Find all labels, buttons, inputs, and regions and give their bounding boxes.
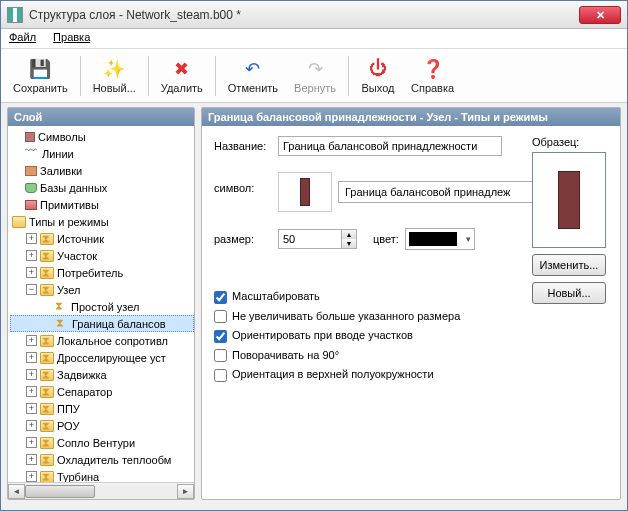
cb-nogrow[interactable] — [214, 310, 227, 323]
close-button[interactable]: ✕ — [579, 6, 621, 24]
tree-panel: Слой Символы Линии Заливки Базы данных П… — [7, 107, 195, 500]
menu-edit[interactable]: Правка — [53, 31, 90, 43]
expand-icon[interactable]: + — [26, 335, 37, 346]
save-icon: 💾 — [29, 58, 51, 80]
separator — [215, 56, 216, 96]
name-input[interactable] — [278, 136, 502, 156]
expand-icon[interactable]: + — [26, 250, 37, 261]
new-sample-button[interactable]: Новый... — [532, 282, 606, 304]
undo-icon: ↶ — [242, 58, 264, 80]
cb-upper-label[interactable]: Ориентация в верхней полуокружности — [214, 368, 608, 382]
sample-canvas — [532, 152, 606, 248]
toolbar: 💾Сохранить ✨Новый... ✖Удалить ↶Отменить … — [1, 49, 627, 103]
cb-scale[interactable] — [214, 291, 227, 304]
separator — [348, 56, 349, 96]
redo-button[interactable]: ↷Вернуть — [286, 52, 344, 100]
symbol-preview — [278, 172, 332, 212]
tree-separator[interactable]: +Сепаратор — [10, 383, 194, 400]
delete-icon: ✖ — [171, 58, 193, 80]
tree-valve[interactable]: +Задвижка — [10, 366, 194, 383]
detail-header: Граница балансовой принадлежности - Узел… — [202, 108, 620, 126]
window-title: Структура слоя - Network_steam.b00 * — [29, 8, 579, 22]
tree-turbine[interactable]: +Турбина — [10, 468, 194, 482]
sample-box: Образец: Изменить... Новый... — [532, 136, 608, 304]
expand-icon[interactable]: + — [26, 471, 37, 482]
tree-ppu[interactable]: +ППУ — [10, 400, 194, 417]
color-label: цвет: — [373, 233, 399, 245]
tree-venturi[interactable]: +Сопло Вентури — [10, 434, 194, 451]
tree-fills[interactable]: Заливки — [10, 162, 194, 179]
color-swatch — [409, 232, 457, 246]
exit-button[interactable]: ⏻Выход — [353, 52, 403, 100]
tree-symbols[interactable]: Символы — [10, 128, 194, 145]
scroll-left-icon[interactable]: ◄ — [8, 484, 25, 499]
expand-icon[interactable]: + — [26, 403, 37, 414]
cb-orient-label[interactable]: Ориентировать при вводе участков — [214, 329, 590, 343]
size-input[interactable] — [278, 229, 342, 249]
spin-up-icon[interactable]: ▲ — [342, 230, 356, 239]
spin-down-icon[interactable]: ▼ — [342, 239, 356, 248]
tree-types[interactable]: Типы и режимы — [10, 213, 194, 230]
expand-icon[interactable]: + — [26, 437, 37, 448]
scroll-track[interactable] — [25, 484, 177, 499]
expand-icon[interactable]: + — [26, 420, 37, 431]
tree-throttle[interactable]: +Дросселирующее уст — [10, 349, 194, 366]
tree-simple-node[interactable]: Простой узел — [10, 298, 194, 315]
expand-icon[interactable]: + — [26, 352, 37, 363]
form: Название: символ: Граница балансовой при… — [202, 126, 620, 499]
titlebar: Структура слоя - Network_steam.b00 * ✕ — [1, 1, 627, 29]
cb-rotate90[interactable] — [214, 349, 227, 362]
new-button[interactable]: ✨Новый... — [85, 52, 144, 100]
sample-label: Образец: — [532, 136, 608, 148]
expand-icon[interactable]: + — [26, 369, 37, 380]
tree-source[interactable]: +Источник — [10, 230, 194, 247]
cb-orient[interactable] — [214, 330, 227, 343]
menu-file[interactable]: Файл — [9, 31, 36, 43]
symbol-dropdown[interactable]: Граница балансовой принадлеж — [338, 181, 544, 203]
color-dropdown[interactable] — [405, 228, 475, 250]
name-label: Название: — [214, 140, 278, 152]
menubar: Файл Правка — [1, 29, 627, 49]
undo-button[interactable]: ↶Отменить — [220, 52, 286, 100]
tree-databases[interactable]: Базы данных — [10, 179, 194, 196]
delete-button[interactable]: ✖Удалить — [153, 52, 211, 100]
tree-rou[interactable]: +РОУ — [10, 417, 194, 434]
cb-upper[interactable] — [214, 369, 227, 382]
size-stepper[interactable]: ▲▼ — [278, 229, 357, 249]
scroll-thumb[interactable] — [25, 485, 95, 498]
redo-icon: ↷ — [304, 58, 326, 80]
tree[interactable]: Символы Линии Заливки Базы данных Примит… — [8, 126, 194, 482]
save-button[interactable]: 💾Сохранить — [5, 52, 76, 100]
symbol-label: символ: — [214, 182, 278, 194]
scroll-right-icon[interactable]: ► — [177, 484, 194, 499]
tree-node[interactable]: −Узел — [10, 281, 194, 298]
new-icon: ✨ — [103, 58, 125, 80]
exit-icon: ⏻ — [367, 58, 389, 80]
change-button[interactable]: Изменить... — [532, 254, 606, 276]
tree-local[interactable]: +Локальное сопротивл — [10, 332, 194, 349]
expand-icon[interactable]: + — [26, 386, 37, 397]
expand-icon[interactable]: + — [26, 267, 37, 278]
separator — [148, 56, 149, 96]
tree-lines[interactable]: Линии — [10, 145, 194, 162]
collapse-icon[interactable]: − — [26, 284, 37, 295]
separator — [80, 56, 81, 96]
tree-boundary[interactable]: Граница балансов — [10, 315, 194, 332]
cb-nogrow-label[interactable]: Не увеличивать больше указанного размера — [214, 310, 608, 324]
app-window: Структура слоя - Network_steam.b00 * ✕ Ф… — [0, 0, 628, 511]
size-label: размер: — [214, 233, 278, 245]
tree-section[interactable]: +Участок — [10, 247, 194, 264]
cb-rotate90-label[interactable]: Поворачивать на 90° — [214, 349, 590, 363]
tree-consumer[interactable]: +Потребитель — [10, 264, 194, 281]
expand-icon[interactable]: + — [26, 454, 37, 465]
expand-icon[interactable]: + — [26, 233, 37, 244]
app-icon — [7, 7, 23, 23]
help-button[interactable]: ❓Справка — [403, 52, 462, 100]
tree-header: Слой — [8, 108, 194, 126]
detail-panel: Граница балансовой принадлежности - Узел… — [201, 107, 621, 500]
tree-primitives[interactable]: Примитивы — [10, 196, 194, 213]
help-icon: ❓ — [422, 58, 444, 80]
body: Слой Символы Линии Заливки Базы данных П… — [1, 103, 627, 510]
tree-scrollbar[interactable]: ◄ ► — [8, 482, 194, 499]
tree-cooler[interactable]: +Охладитель теплообм — [10, 451, 194, 468]
